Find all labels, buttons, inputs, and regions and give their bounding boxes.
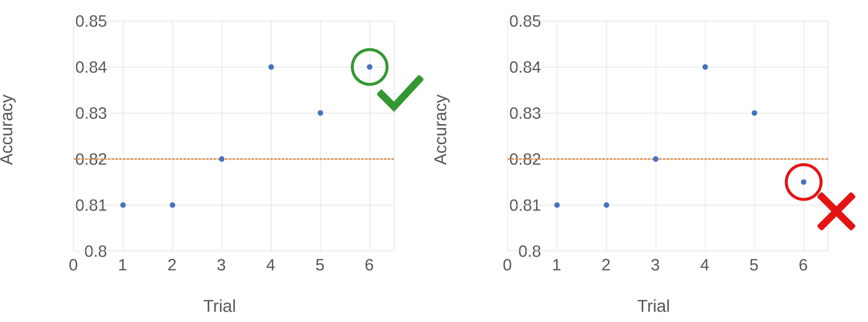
cross-icon	[817, 192, 855, 231]
gridline	[320, 21, 321, 251]
x-tick-label: 2	[167, 255, 177, 274]
x-tick-label: 1	[552, 255, 561, 274]
x-tick-label: 3	[217, 255, 226, 274]
gridline	[508, 67, 828, 67]
x-axis-title: Trial	[203, 296, 236, 316]
x-tick-label: 4	[266, 255, 275, 274]
gridline	[74, 21, 394, 21]
reference-line	[74, 158, 394, 159]
x-tick-label: 0	[503, 255, 512, 274]
right-chart-panel: Accuracy Trial 0.8 0.81 0.82 0.83 0.84 0…	[434, 0, 868, 322]
gridline	[222, 21, 222, 251]
gridline	[394, 21, 394, 251]
y-axis-title: Accuracy	[430, 94, 450, 165]
x-tick-label: 5	[315, 255, 324, 274]
gridline	[74, 67, 394, 67]
right-plot-area	[507, 21, 828, 251]
data-point	[219, 156, 224, 162]
gridline	[508, 113, 828, 113]
gridline	[705, 21, 706, 251]
gridline	[607, 21, 607, 251]
data-point	[703, 64, 708, 70]
figure-container: Accuracy Trial 0.8 0.81 0.82 0.83 0.84 0…	[0, 0, 868, 322]
y-axis-title: Accuracy	[0, 94, 16, 165]
data-point	[604, 202, 609, 208]
gridline	[804, 21, 804, 251]
x-tick-label: 2	[601, 255, 611, 274]
gridline	[123, 21, 123, 251]
data-point	[170, 202, 175, 208]
gridline	[173, 21, 173, 251]
gridline	[74, 113, 394, 113]
left-chart-panel: Accuracy Trial 0.8 0.81 0.82 0.83 0.84 0…	[0, 0, 434, 322]
data-point	[318, 110, 323, 116]
gridline	[754, 21, 755, 251]
data-point	[120, 202, 126, 208]
gridline	[656, 21, 656, 251]
x-tick-label: 5	[749, 255, 758, 274]
check-icon	[377, 75, 423, 114]
gridline	[271, 21, 272, 251]
data-point	[752, 110, 757, 116]
gridline	[557, 21, 557, 251]
highlight-ring-bad	[785, 163, 823, 201]
left-plot-area	[73, 21, 394, 251]
data-point	[554, 202, 560, 208]
x-axis-title: Trial	[637, 296, 670, 316]
data-point	[653, 156, 658, 162]
x-tick-label: 6	[799, 255, 808, 274]
reference-line	[508, 158, 828, 159]
x-tick-label: 4	[700, 255, 709, 274]
x-tick-label: 1	[118, 255, 127, 274]
x-tick-label: 0	[69, 255, 78, 274]
data-point	[269, 64, 274, 70]
gridline	[508, 21, 828, 21]
x-tick-label: 6	[365, 255, 374, 274]
x-tick-label: 3	[651, 255, 660, 274]
